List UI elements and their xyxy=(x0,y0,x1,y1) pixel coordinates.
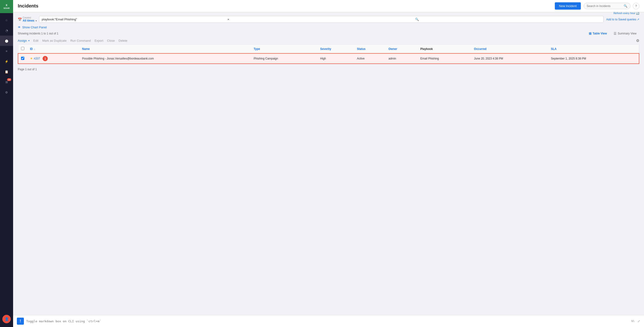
sla-label: SLA xyxy=(551,47,556,51)
run-command-label: Run Command xyxy=(70,39,90,42)
search-input[interactable] xyxy=(587,5,624,8)
run-command-button[interactable]: Run Command xyxy=(70,39,90,42)
table-header-row: ID ↓ Name Type Severity Status xyxy=(18,45,639,54)
row-severity: High xyxy=(320,57,326,60)
type-label: Type xyxy=(254,47,260,51)
row-checkbox-cell[interactable] xyxy=(18,53,27,64)
query-clear-button[interactable]: × xyxy=(228,18,413,21)
calendar-icon: 📅 xyxy=(18,18,22,21)
close-button[interactable]: Close xyxy=(107,39,115,42)
refresh-link[interactable]: Refresh every hour 🔄 xyxy=(613,12,639,15)
sidebar-badge: 34 xyxy=(7,78,11,81)
sidebar-item-automation[interactable]: ⚡ xyxy=(0,56,13,67)
query-input-wrapper[interactable]: playbook:"Email Phishing" × 🔍 xyxy=(39,16,603,23)
pagination-label: Page 1 out of 1 xyxy=(18,68,37,71)
header-severity[interactable]: Severity xyxy=(317,45,354,54)
header-checkbox-col[interactable] xyxy=(18,45,27,54)
cli-markdown-icon[interactable]: M↓ xyxy=(631,319,635,323)
summary-view-icon: ☰ xyxy=(614,32,616,35)
eye-icon: 👁 xyxy=(18,26,21,29)
edit-button[interactable]: Edit xyxy=(33,39,38,42)
row-severity-cell: High xyxy=(317,53,354,64)
logo[interactable]: X SOAR xyxy=(0,0,13,13)
row-playbook: Email Phishing xyxy=(420,57,439,60)
sidebar-item-reports[interactable]: 📋 xyxy=(0,67,13,77)
sidebar-item-filters[interactable]: ≡ xyxy=(0,46,13,56)
cli-icon-button[interactable]: ! xyxy=(17,318,24,325)
cli-input[interactable] xyxy=(26,319,629,323)
search-box[interactable]: 🔍 xyxy=(584,3,630,9)
header-id[interactable]: ID ↓ xyxy=(27,45,79,54)
sidebar-item-favorites[interactable]: ☆ xyxy=(0,15,13,25)
cli-exclaim-icon: ! xyxy=(20,319,21,323)
table-settings-button[interactable]: ⚙ xyxy=(636,39,639,43)
cli-expand-icon[interactable]: ⤢ xyxy=(638,319,640,323)
chart-panel-link[interactable]: 👁 Show Chart Panel xyxy=(18,26,639,29)
sidebar-nav: ☆ ◔ ⬤ ≡ ⚡ 📋 ⊞ 34 ⚙ xyxy=(0,13,13,313)
sidebar-item-settings[interactable]: ⚙ xyxy=(0,87,13,97)
table-view-button[interactable]: ⊞ Table View xyxy=(586,31,610,37)
export-label: Export xyxy=(94,39,104,42)
logo-soar: SOAR xyxy=(4,7,10,9)
filter-bar: Refresh every hour 🔄 📅 Created All times… xyxy=(18,16,639,23)
header-playbook[interactable]: Playbook xyxy=(418,45,471,54)
user-avatar[interactable]: 👤 xyxy=(2,315,11,323)
delete-button[interactable]: Delete xyxy=(119,39,128,42)
cli-bar: ! M↓ ⤢ xyxy=(13,315,644,327)
table-view-icon: ⊞ xyxy=(589,32,592,35)
sidebar-item-investigate[interactable]: ◔ xyxy=(0,25,13,36)
reports-icon: 📋 xyxy=(5,70,8,74)
table-toolbar: Assign ▾ Edit Mark as Duplicate Run Comm… xyxy=(18,39,639,43)
sidebar-bottom: 👤 xyxy=(2,313,11,327)
row-status-cell: Active xyxy=(354,53,386,64)
header-name[interactable]: Name xyxy=(79,45,251,54)
assign-dropdown-icon: ▾ xyxy=(28,39,30,42)
table-row[interactable]: ★ #207 1 Possible Phishing - Jonas.Versa… xyxy=(18,53,639,64)
header-status[interactable]: Status xyxy=(354,45,386,54)
assign-button[interactable]: Assign ▾ xyxy=(18,39,30,42)
summary-view-button[interactable]: ☰ Summary View xyxy=(611,31,639,37)
row-star-icon[interactable]: ★ xyxy=(30,57,33,60)
close-label: Close xyxy=(107,39,115,42)
incidents-icon: ⬤ xyxy=(5,39,8,43)
row-name: Possible Phishing - Jonas.Versailles@bor… xyxy=(82,57,154,60)
incident-id-link[interactable]: #207 xyxy=(34,57,40,60)
view-toggles: ⊞ Table View ☰ Summary View xyxy=(586,31,639,37)
external-link-icon: ↗ xyxy=(637,18,639,21)
row-checkbox[interactable] xyxy=(21,57,24,60)
row-sla-cell: September 1, 2025 8:38 PM xyxy=(548,53,639,64)
sidebar: X SOAR ☆ ◔ ⬤ ≡ ⚡ 📋 ⊞ 34 ⚙ 👤 xyxy=(0,0,13,327)
row-occurred-cell: June 20, 2023 4:38 PM xyxy=(471,53,548,64)
avatar-icon: 👤 xyxy=(5,317,9,321)
date-filter[interactable]: 📅 Created All times ▾ xyxy=(18,17,37,22)
saved-queries-label: to Saved queries xyxy=(615,18,636,21)
row-name-cell: Possible Phishing - Jonas.Versailles@bor… xyxy=(79,53,251,64)
saved-queries-link[interactable]: Add to to Saved queries ↗ xyxy=(606,18,639,21)
sidebar-item-badge[interactable]: ⊞ 34 xyxy=(0,77,13,87)
header-owner[interactable]: Owner xyxy=(386,45,418,54)
header-sla[interactable]: SLA xyxy=(548,45,639,54)
search-icon: 🔍 xyxy=(624,4,628,8)
export-button[interactable]: Export xyxy=(94,39,104,42)
results-bar: Showing incidents 1 to 1 out of 1 ⊞ Tabl… xyxy=(18,31,639,37)
occurred-label: Occurred xyxy=(474,47,486,51)
content-area: Refresh every hour 🔄 📅 Created All times… xyxy=(13,12,644,315)
row-playbook-cell: Email Phishing xyxy=(418,53,471,64)
query-text: playbook:"Email Phishing" xyxy=(42,18,228,21)
new-incident-button[interactable]: New Incident xyxy=(555,2,581,10)
id-label: ID xyxy=(30,47,33,51)
help-button[interactable]: ? xyxy=(633,3,639,9)
summary-view-label: Summary View xyxy=(618,32,636,35)
query-search-icon: 🔍 xyxy=(415,18,601,21)
select-all-checkbox[interactable] xyxy=(21,47,24,50)
row-occurred: June 20, 2023 4:38 PM xyxy=(474,57,503,60)
sidebar-item-incidents[interactable]: ⬤ xyxy=(0,36,13,46)
mark-duplicate-button[interactable]: Mark as Duplicate xyxy=(42,39,66,42)
help-icon: ? xyxy=(635,4,637,8)
row-status: Active xyxy=(357,57,364,60)
results-count: Showing incidents 1 to 1 out of 1 xyxy=(18,32,586,35)
refresh-label: Refresh every hour xyxy=(613,12,635,15)
header-occurred[interactable]: Occurred xyxy=(471,45,548,54)
arrow-badge-number: 1 xyxy=(42,56,48,61)
header-type[interactable]: Type xyxy=(251,45,317,54)
